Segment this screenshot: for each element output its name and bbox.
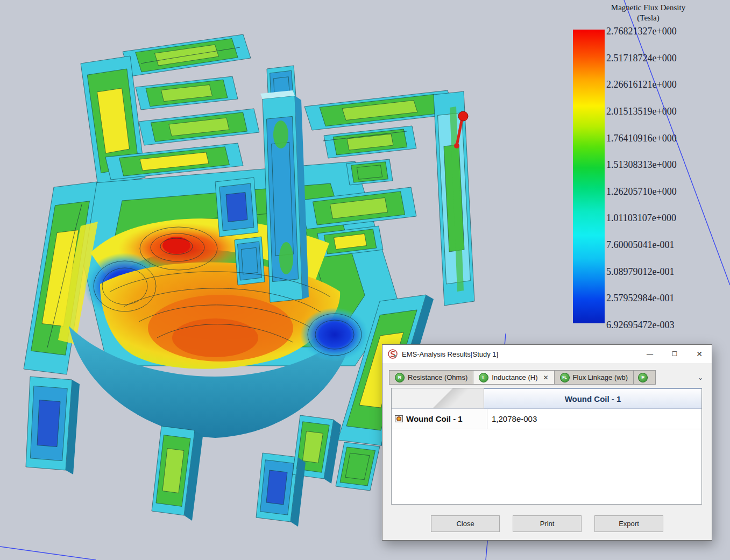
- maximize-button[interactable]: ☐: [662, 345, 687, 363]
- tab-resistance[interactable]: R Resistance (Ohms): [389, 370, 473, 385]
- legend-value: 6.92695472e-003: [606, 320, 708, 330]
- legend-value: 5.08979012e-001: [606, 266, 708, 277]
- row-header-cell: Wound Coil - 1: [392, 409, 487, 429]
- close-window-button[interactable]: ✕: [687, 345, 712, 363]
- tab-label: Inductance (H): [492, 373, 537, 381]
- row-label: Wound Coil - 1: [406, 414, 463, 423]
- inductance-tab-icon: L: [479, 373, 488, 382]
- minimize-button[interactable]: —: [637, 345, 662, 363]
- energy-tab-icon: E: [638, 373, 648, 382]
- legend-value: 1.01103107e+000: [606, 212, 708, 223]
- legend-title-line2: (Tesla): [592, 13, 705, 23]
- table-row: Wound Coil - 1 1,2078e-003: [392, 409, 701, 429]
- column-header: Wound Coil - 1: [484, 388, 701, 409]
- legend-value: 2.01513519e+000: [606, 106, 708, 117]
- row-value-cell[interactable]: 1,2078e-003: [487, 409, 701, 429]
- flux-linkage-tab-icon: FL: [560, 373, 570, 382]
- legend-values: 2.76821327e+000 2.51718724e+000 2.266161…: [606, 26, 708, 330]
- legend-colorbar: [573, 30, 605, 323]
- tab-energy[interactable]: E: [633, 370, 656, 385]
- legend-value: 7.60005041e-001: [606, 239, 708, 250]
- ems-app-icon: [388, 349, 398, 359]
- legend-value: 2.76821327e+000: [606, 26, 708, 37]
- export-button[interactable]: Export: [594, 515, 663, 532]
- coil-icon: [395, 415, 403, 422]
- legend-value: 1.51308313e+000: [606, 159, 708, 170]
- legend-title-line1: Magnetic Flux Density: [592, 3, 705, 13]
- legend-value: 2.26616121e+000: [606, 79, 708, 90]
- results-dialog: EMS-Analysis Results[Study 1] — ☐ ✕ R Re…: [382, 344, 712, 541]
- print-button[interactable]: Print: [513, 515, 582, 532]
- tab-close-icon[interactable]: ✕: [543, 374, 549, 381]
- table-corner-cell: [392, 388, 484, 409]
- legend-value: 1.76410916e+000: [606, 133, 708, 144]
- results-tabstrip: R Resistance (Ohms) L Inductance (H) ✕ F…: [389, 370, 706, 385]
- results-table: Wound Coil - 1 Wound Coil - 1 1,2078e-00…: [391, 388, 702, 505]
- tab-inductance[interactable]: L Inductance (H) ✕: [473, 370, 554, 385]
- tab-label: Resistance (Ohms): [408, 373, 467, 381]
- resistance-tab-icon: R: [395, 373, 405, 382]
- legend-value: 1.26205710e+000: [606, 186, 708, 197]
- tab-label: Flux Linkage (wb): [573, 373, 628, 381]
- table-header-row: Wound Coil - 1: [392, 388, 701, 409]
- chevron-down-icon[interactable]: ⌄: [694, 374, 706, 381]
- dialog-title: EMS-Analysis Results[Study 1]: [402, 350, 637, 358]
- legend-value: 2.51718724e+000: [606, 53, 708, 63]
- legend-title: Magnetic Flux Density (Tesla): [592, 3, 705, 23]
- dialog-titlebar[interactable]: EMS-Analysis Results[Study 1] — ☐ ✕: [382, 345, 712, 363]
- close-button[interactable]: Close: [431, 515, 500, 532]
- tab-flux-linkage[interactable]: FL Flux Linkage (wb): [554, 370, 634, 385]
- legend-value: 2.57952984e-001: [606, 293, 708, 303]
- dialog-footer: Close Print Export: [382, 507, 712, 540]
